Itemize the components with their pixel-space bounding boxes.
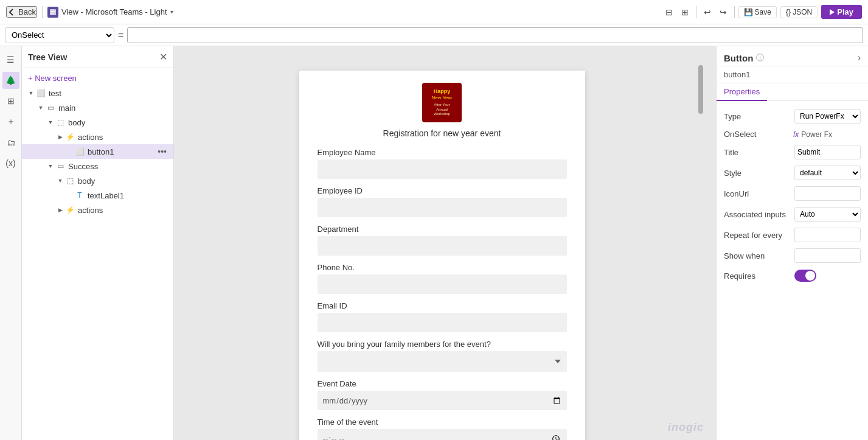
tree-item-actions1[interactable]: ▶ ⚡ actions: [22, 130, 173, 144]
sidebar-icon-menu[interactable]: ☰: [2, 51, 19, 68]
toggle-requires[interactable]: [794, 270, 816, 282]
field-phone: Phone No.: [318, 263, 567, 294]
prop-input-repeat[interactable]: [794, 228, 861, 242]
prop-label-onselect: OnSelect: [724, 130, 791, 139]
prop-value-requires: [794, 270, 861, 282]
prop-select-type[interactable]: Run PowerFx: [794, 109, 861, 124]
expander-body2[interactable]: ▼: [56, 176, 64, 185]
label-phone: Phone No.: [318, 263, 567, 272]
tree-item-body[interactable]: ▼ ⬚ body: [22, 115, 173, 130]
save-button[interactable]: 💾 Save: [738, 6, 777, 18]
sidebar-icon-plus[interactable]: ＋: [2, 113, 19, 130]
prop-value-style: default: [794, 166, 861, 180]
field-department: Department: [318, 225, 567, 256]
expander-main[interactable]: ▼: [36, 103, 45, 112]
icon-btn-1[interactable]: ⊟: [662, 5, 676, 19]
new-screen-button[interactable]: + New screen: [22, 71, 83, 86]
expander-actions1[interactable]: ▶: [56, 133, 64, 141]
prop-row-onselect: OnSelect fx Power Fx: [717, 127, 868, 142]
prop-value-showwhen: [794, 248, 861, 263]
tree-item-textlabel1[interactable]: ▶ T textLabel1: [22, 188, 173, 203]
prop-value-type: Run PowerFx: [794, 109, 861, 124]
tree-item-actions2[interactable]: ▶ ⚡ actions: [22, 203, 173, 217]
screen-icon: ⬜: [35, 88, 46, 99]
more-button-button1[interactable]: •••: [156, 147, 168, 156]
select-family[interactable]: Yes No: [318, 351, 567, 372]
canvas-scroll: Happy New Year After Your Annual Worksho…: [186, 58, 698, 440]
formula-input[interactable]: [127, 27, 863, 43]
scroll-thumb[interactable]: [698, 65, 703, 114]
success-icon: ▭: [55, 161, 66, 172]
props-info-icon[interactable]: ⓘ: [756, 52, 764, 63]
prop-input-iconurl[interactable]: [794, 186, 861, 201]
app-title-chevron[interactable]: ▾: [170, 9, 173, 15]
prop-label-style: Style: [724, 169, 791, 178]
prop-value-repeat: [794, 228, 861, 242]
main-area: ☰ 🌲 ⊞ ＋ 🗂 (x) Tree View ✕ + New screen ▼…: [0, 46, 868, 440]
props-title-row: Button ⓘ: [724, 52, 764, 63]
props-expand-button[interactable]: ›: [858, 52, 861, 63]
prop-label-title: Title: [724, 148, 791, 157]
expander-success[interactable]: ▼: [46, 162, 55, 170]
prop-row-associated: Associated inputs Auto: [717, 204, 868, 225]
sidebar-icon-files[interactable]: 🗂: [2, 134, 19, 151]
tree-item-success[interactable]: ▼ ▭ Success: [22, 159, 173, 173]
expander-test[interactable]: ▼: [27, 89, 35, 97]
prop-input-title[interactable]: [794, 145, 861, 159]
prop-row-style: Style default: [717, 162, 868, 183]
input-department[interactable]: [318, 236, 567, 256]
sidebar-icon-variables[interactable]: (x): [2, 155, 19, 172]
json-label: {} JSON: [786, 8, 812, 16]
prop-select-associated[interactable]: Auto: [794, 207, 861, 222]
input-email[interactable]: [318, 313, 567, 332]
form-canvas: Happy New Year After Your Annual Worksho…: [299, 71, 585, 440]
tree-title: Tree View: [28, 52, 67, 62]
props-header: Button ⓘ ›: [717, 46, 868, 66]
prop-row-showwhen: Show when: [717, 245, 868, 266]
undo-button[interactable]: ↩: [700, 5, 715, 19]
props-title: Button: [724, 53, 753, 63]
field-employee-name: Employee Name: [318, 148, 567, 179]
tree-header: Tree View ✕: [22, 46, 173, 68]
tree-item-button1[interactable]: ▶ ⬜ button1 •••: [22, 144, 173, 159]
prop-row-type: Type Run PowerFx: [717, 106, 868, 127]
back-button[interactable]: Back: [6, 6, 37, 18]
top-bar-right: ⊟ ⊞ ↩ ↪ 💾 Save {} JSON Play: [662, 5, 862, 19]
undo-redo-group: ↩ ↪: [700, 5, 731, 19]
label-employee-name: Employee Name: [318, 148, 567, 157]
container-icon: ▭: [45, 102, 56, 113]
tree-item-body2[interactable]: ▼ ⬚ body: [22, 173, 173, 188]
input-event-time[interactable]: [318, 429, 567, 440]
sidebar-icon-data[interactable]: ⊞: [2, 93, 19, 110]
input-employee-name[interactable]: [318, 159, 567, 179]
input-phone[interactable]: [318, 274, 567, 294]
sidebar-icon-tree[interactable]: 🌲: [2, 72, 19, 89]
tree-item-label-body: body: [68, 118, 168, 127]
redo-button[interactable]: ↪: [716, 5, 731, 19]
formula-property-select[interactable]: OnSelect: [5, 27, 114, 43]
svg-rect-0: [50, 9, 56, 15]
tree-item-test[interactable]: ▼ ⬜ test: [22, 86, 173, 100]
input-event-date[interactable]: [318, 391, 567, 410]
label-employee-id: Employee ID: [318, 186, 567, 195]
prop-value-associated: Auto: [794, 207, 861, 222]
field-email: Email ID: [318, 301, 567, 332]
input-employee-id[interactable]: [318, 198, 567, 217]
actions-icon-2: ⚡: [64, 204, 75, 215]
text-icon: T: [74, 190, 85, 201]
play-button[interactable]: Play: [821, 5, 862, 19]
prop-input-showwhen[interactable]: [794, 248, 861, 263]
prop-row-iconurl: IconUrl: [717, 183, 868, 204]
tree-item-main[interactable]: ▼ ▭ main: [22, 100, 173, 115]
expander-body[interactable]: ▼: [46, 118, 55, 127]
prop-select-style[interactable]: default: [794, 166, 861, 180]
formula-bar: OnSelect =: [0, 24, 868, 46]
tree-close-button[interactable]: ✕: [159, 51, 167, 63]
divider: [42, 6, 43, 18]
tree-item-label-main: main: [58, 103, 168, 113]
tab-properties[interactable]: Properties: [717, 83, 767, 101]
json-button[interactable]: {} JSON: [780, 6, 818, 18]
field-event-time: Time of the event: [318, 417, 567, 440]
expander-actions2[interactable]: ▶: [56, 206, 64, 214]
icon-btn-2[interactable]: ⊞: [678, 5, 692, 19]
